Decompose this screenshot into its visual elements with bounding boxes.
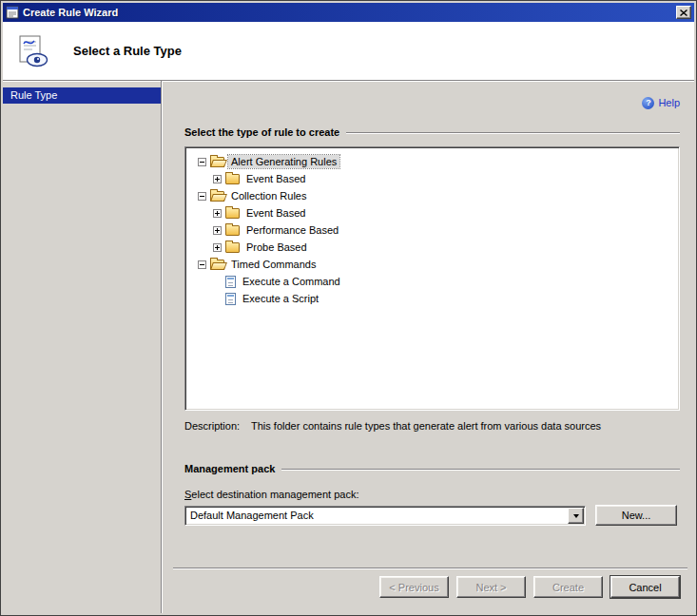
next-button[interactable]: Next > — [456, 576, 526, 598]
page-title: Select a Rule Type — [73, 44, 182, 58]
close-icon — [680, 10, 687, 16]
tree-item-event-based-collection[interactable]: Event Based — [185, 204, 679, 221]
tree-item-label: Performance Based — [243, 223, 341, 237]
tree-item-label: Alert Generating Rules — [228, 155, 339, 168]
management-pack-select-label: Select destination management pack: — [184, 489, 680, 500]
help-link[interactable]: ? Help — [642, 97, 680, 109]
expand-icon[interactable] — [213, 209, 222, 218]
window-title: Create Rule Wizard — [23, 7, 118, 18]
description-text: This folder contains rule types that gen… — [251, 420, 680, 432]
expand-icon[interactable] — [213, 226, 222, 235]
combo-dropdown-button[interactable] — [568, 508, 584, 524]
help-icon: ? — [642, 97, 654, 109]
management-pack-group-header: Management pack — [184, 463, 680, 474]
wizard-footer: < Previous Next > Create Cancel — [184, 576, 680, 598]
rule-type-group-title: Select the type of rule to create — [184, 126, 339, 138]
wizard-steps-sidebar: Rule Type — [3, 81, 162, 613]
main-pane: ? Help Select the type of rule to create… — [162, 81, 694, 613]
rule-type-tree[interactable]: Alert Generating Rules Event Based Colle… — [184, 146, 680, 411]
new-management-pack-button[interactable]: New... — [595, 505, 677, 526]
folder-open-icon — [210, 157, 224, 167]
script-icon — [225, 276, 236, 288]
script-icon — [225, 293, 236, 305]
collapse-icon[interactable] — [198, 260, 206, 269]
tree-item-label: Timed Commands — [228, 258, 319, 271]
create-button[interactable]: Create — [533, 576, 603, 598]
tree-item-label: Probe Based — [243, 241, 310, 254]
tree-item-label: Execute a Command — [240, 275, 343, 288]
management-pack-selected-value: Default Management Pack — [185, 510, 568, 521]
wizard-body: Rule Type ? Help Select the type of rule… — [3, 81, 694, 613]
folder-open-icon — [210, 191, 224, 202]
collapse-icon[interactable] — [198, 158, 206, 166]
tree-item-performance-based[interactable]: Performance Based — [185, 221, 679, 239]
group-divider — [346, 132, 680, 134]
tree-item-collection-rules[interactable]: Collection Rules — [185, 187, 679, 204]
description-label: Description: — [184, 420, 251, 432]
expand-icon[interactable] — [213, 175, 222, 183]
tree-item-alert-generating-rules[interactable]: Alert Generating Rules — [185, 153, 679, 170]
wizard-header: Select a Rule Type — [3, 22, 694, 81]
tree-item-event-based-alert[interactable]: Event Based — [185, 170, 679, 187]
titlebar[interactable]: Create Rule Wizard — [3, 3, 694, 22]
previous-button[interactable]: < Previous — [379, 576, 449, 598]
tree-item-label: Execute a Script — [240, 292, 321, 305]
cancel-button[interactable]: Cancel — [610, 576, 680, 598]
tree-item-label: Collection Rules — [228, 189, 309, 202]
folder-icon — [225, 242, 240, 253]
tree-item-execute-a-command[interactable]: Execute a Command — [185, 273, 679, 290]
rule-type-group-header: Select the type of rule to create — [184, 126, 680, 138]
management-pack-row: Default Management Pack New... — [184, 505, 680, 526]
folder-open-icon — [210, 260, 224, 270]
expand-icon[interactable] — [213, 243, 222, 252]
tree-item-execute-a-script[interactable]: Execute a Script — [185, 290, 679, 307]
window-icon — [6, 6, 19, 19]
tree-item-timed-commands[interactable]: Timed Commands — [185, 256, 679, 273]
description-row: Description: This folder contains rule t… — [184, 420, 680, 432]
management-pack-group-title: Management pack — [184, 463, 275, 474]
tree-item-probe-based[interactable]: Probe Based — [185, 239, 679, 256]
rule-wizard-icon — [15, 34, 49, 68]
help-label: Help — [658, 97, 680, 108]
management-pack-select[interactable]: Default Management Pack — [184, 506, 586, 526]
create-rule-wizard-window: Create Rule Wizard Select a Rule Type Ru… — [0, 0, 697, 616]
tree-item-label: Event Based — [243, 172, 308, 185]
group-divider — [281, 469, 680, 471]
sidebar-item-rule-type[interactable]: Rule Type — [3, 87, 161, 104]
folder-icon — [225, 225, 240, 236]
collapse-icon[interactable] — [198, 192, 206, 201]
close-button[interactable] — [676, 6, 691, 19]
folder-icon — [225, 174, 240, 184]
folder-icon — [225, 208, 240, 219]
tree-item-label: Event Based — [243, 206, 308, 220]
help-row: ? Help — [184, 95, 680, 110]
footer-divider — [173, 568, 687, 569]
chevron-down-icon — [573, 514, 579, 521]
